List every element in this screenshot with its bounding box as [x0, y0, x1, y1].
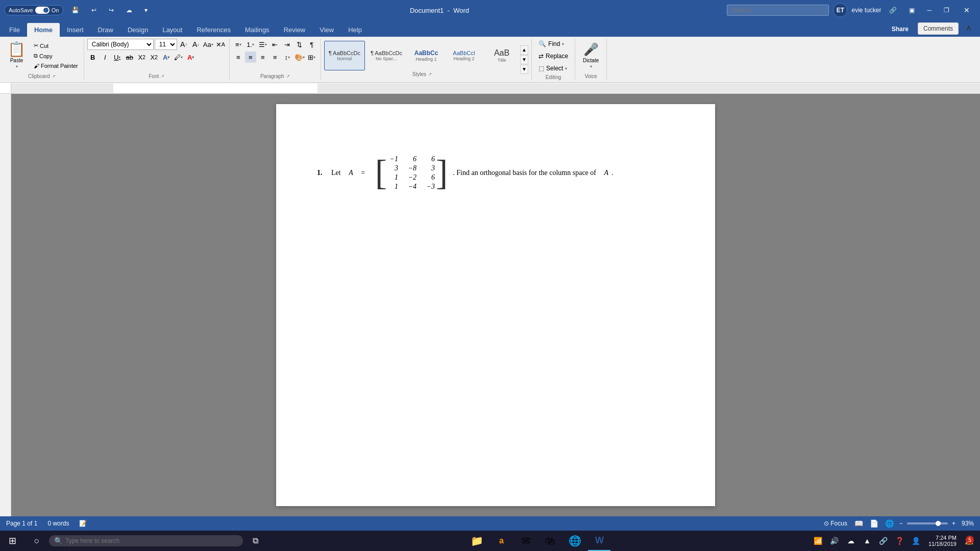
user-avatar[interactable]: ET [833, 3, 847, 17]
notification-center[interactable]: 🔔 5 [962, 534, 976, 548]
bold-button[interactable]: B [87, 52, 99, 63]
tab-file[interactable]: File [2, 23, 27, 37]
strikethrough-button[interactable]: ab [124, 52, 135, 63]
align-right-button[interactable]: ≡ [257, 52, 268, 63]
read-mode-button[interactable]: 📖 [853, 518, 865, 529]
help-icon[interactable]: ❓ [893, 534, 907, 548]
system-clock[interactable]: 7:24 PM 11/18/2019 [925, 535, 960, 547]
dictate-button[interactable]: 🎤 Dictate ▾ [578, 40, 603, 71]
task-view-button[interactable]: ⧉ [245, 531, 265, 551]
tab-home[interactable]: Home [27, 23, 60, 37]
taskbar-word[interactable]: W [588, 531, 610, 551]
taskbar-search-input[interactable] [49, 535, 243, 546]
font-size-select[interactable]: 11 [155, 39, 177, 50]
subscript-button[interactable]: X2 [136, 52, 148, 63]
close-button[interactable]: ✕ [958, 4, 976, 16]
taskbar-mail[interactable]: ✉ [514, 531, 537, 551]
collapse-ribbon-button[interactable]: ∧ [962, 21, 976, 35]
style-title[interactable]: AaB Title [483, 41, 520, 70]
customize-qat[interactable]: ▾ [140, 5, 152, 16]
numbering-button[interactable]: 1.▾ [245, 39, 256, 50]
line-spacing-button[interactable]: ↕▾ [282, 52, 293, 63]
undo-button[interactable]: ↩ [87, 5, 101, 16]
decrease-indent-button[interactable]: ⇤ [270, 39, 281, 50]
tab-view[interactable]: View [312, 23, 341, 37]
styles-scroll-down[interactable]: ▼ [520, 55, 528, 64]
page-indicator[interactable]: Page 1 of 1 [4, 519, 39, 528]
justify-button[interactable]: ≡ [270, 52, 281, 63]
style-heading1[interactable]: AaBbCc Heading 1 [408, 41, 445, 70]
italic-button[interactable]: I [100, 52, 111, 63]
font-expander[interactable]: ↗ [161, 74, 164, 79]
paste-button[interactable]: 📋 Paste ▾ [3, 40, 30, 71]
restore-button[interactable]: ❐ [940, 5, 953, 16]
text-effects-button[interactable]: A▾ [161, 52, 172, 63]
clear-formatting-button[interactable]: ✕A [215, 39, 226, 50]
font-shrink-button[interactable]: A↓ [190, 39, 202, 50]
select-button[interactable]: ⬚ Select ▾ [535, 63, 571, 73]
zoom-level[interactable]: 93% [960, 519, 976, 528]
document-page[interactable]: 1. Let A = [ −1 6 6 [276, 104, 715, 506]
up-arrow-icon[interactable]: ▲ [860, 534, 874, 548]
proofing-icon[interactable]: 📝 [77, 519, 89, 528]
styles-expand[interactable]: ▼ [520, 65, 528, 74]
font-color-button[interactable]: A▾ [185, 52, 197, 63]
tab-help[interactable]: Help [341, 23, 369, 37]
styles-expander[interactable]: ↗ [428, 72, 432, 77]
taskbar-explorer[interactable]: 📁 [465, 531, 488, 551]
document-scroll[interactable]: 1. Let A = [ −1 6 6 [11, 94, 980, 516]
find-button[interactable]: 🔍 Find ▾ [535, 39, 568, 49]
wifi-icon[interactable]: 📶 [811, 534, 825, 548]
tab-design[interactable]: Design [120, 23, 155, 37]
font-name-select[interactable]: Calibri (Body) [87, 39, 154, 50]
cut-button[interactable]: ✂ Cut [31, 41, 81, 51]
shading-button[interactable]: 🎨▾ [294, 52, 305, 63]
increase-indent-button[interactable]: ⇥ [282, 39, 293, 50]
share-button[interactable]: Share [886, 23, 915, 35]
paragraph-expander[interactable]: ↗ [286, 74, 290, 79]
taskbar-amazon[interactable]: a [490, 531, 512, 551]
redo-button[interactable]: ↪ [105, 5, 118, 16]
style-heading2[interactable]: AaBbCcI Heading 2 [446, 41, 482, 70]
autosave-menu[interactable]: ☁ [122, 5, 136, 16]
borders-button[interactable]: ⊞▾ [306, 52, 317, 63]
zoom-decrease[interactable]: − [899, 520, 903, 527]
styles-scroll-up[interactable]: ▲ [520, 45, 528, 55]
format-painter-button[interactable]: 🖌 Format Painter [31, 61, 81, 70]
multilevel-list-button[interactable]: ☰▾ [257, 39, 268, 50]
taskbar-store[interactable]: 🛍 [539, 531, 561, 551]
copy-button[interactable]: ⧉ Copy [31, 51, 81, 61]
superscript-button[interactable]: X2 [149, 52, 160, 63]
search-taskbar-btn[interactable]: ○ [27, 531, 47, 551]
minimize-button[interactable]: ─ [923, 5, 936, 16]
taskbar-chrome[interactable]: 🌐 [564, 531, 586, 551]
tab-draw[interactable]: Draw [91, 23, 120, 37]
clipboard-expander[interactable]: ↗ [52, 74, 56, 79]
onedrive-icon[interactable]: ☁ [844, 534, 858, 548]
web-layout-button[interactable]: 🌐 [884, 518, 895, 529]
style-no-spacing[interactable]: ¶ AaBbCcDc No Spac... [366, 41, 407, 70]
zoom-increase[interactable]: + [952, 520, 955, 527]
title-search-input[interactable] [727, 5, 829, 16]
autosave-toggle[interactable]: AutoSave On [4, 5, 63, 15]
word-count[interactable]: 0 words [45, 519, 71, 528]
zoom-slider[interactable] [907, 522, 948, 524]
underline-button[interactable]: U▾ [112, 52, 123, 63]
print-layout-button[interactable]: 📄 [869, 518, 880, 529]
replace-button[interactable]: ⇄ Replace [535, 51, 572, 61]
autosave-switch[interactable] [35, 7, 50, 14]
text-highlight-button[interactable]: 🖊▾ [173, 52, 184, 63]
volume-icon[interactable]: 🔊 [827, 534, 842, 548]
people-icon[interactable]: 👤 [909, 534, 923, 548]
show-formatting-button[interactable]: ¶ [306, 39, 317, 50]
tab-layout[interactable]: Layout [155, 23, 189, 37]
change-case-button[interactable]: Aa▾ [203, 39, 214, 50]
font-grow-button[interactable]: A↑ [178, 39, 189, 50]
network-icon[interactable]: 🔗 [876, 534, 891, 548]
style-normal[interactable]: ¶ AaBbCcDc Normal [324, 41, 365, 70]
comments-button[interactable]: Comments [918, 22, 959, 35]
start-button[interactable]: ⊞ [0, 531, 24, 551]
sort-button[interactable]: ⇅ [294, 39, 305, 50]
tab-insert[interactable]: Insert [60, 23, 91, 37]
tab-references[interactable]: References [189, 23, 237, 37]
